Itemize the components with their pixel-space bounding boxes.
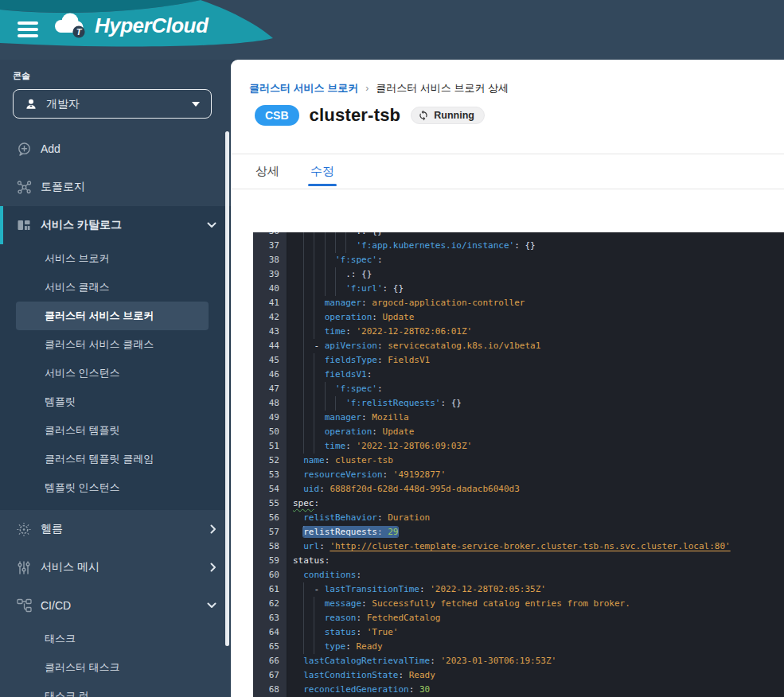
caret-down-icon (192, 102, 200, 107)
code-line-content[interactable]: fieldsV1: (287, 368, 784, 382)
sidebar-subitem-cicd-2[interactable]: 태스크 런 (16, 682, 209, 697)
code-line-content[interactable]: manager: argocd-application-controller (287, 296, 784, 310)
sidebar-subitem-cicd-0[interactable]: 태스크 (16, 625, 209, 653)
line-number: 48 (253, 396, 287, 411)
sidebar-subitem-service-catalog-1[interactable]: 서비스 클래스 (16, 273, 209, 302)
code-line-content[interactable]: 'f:spec': (287, 382, 784, 396)
code-line-content[interactable]: name: cluster-tsb (287, 454, 784, 468)
sidebar-item-service-catalog[interactable]: 서비스 카탈로그 (0, 206, 231, 244)
sidebar-item-label: Add (41, 142, 60, 155)
selected-text: relistRequests: 29 (303, 527, 398, 537)
code-line-content[interactable]: - apiVersion: servicecatalog.k8s.io/v1be… (287, 339, 784, 353)
indent-guide (314, 439, 314, 454)
line-number: 65 (253, 640, 287, 654)
role-selector[interactable]: 개발자 (13, 89, 212, 119)
indent-guide (314, 310, 314, 325)
code-line-content[interactable]: type: Ready (287, 640, 784, 654)
code-line: 56 relistBehavior: Duration (253, 511, 784, 525)
indent-guide (325, 282, 326, 296)
sidebar-subitem-service-catalog-2-selected[interactable]: 클러스터 서비스 브로커 (16, 302, 209, 330)
role-value: 개발자 (46, 97, 80, 111)
hypercloud-logo[interactable]: T HyperCloud (51, 10, 208, 41)
code-line-content[interactable]: reason: FetchedCatalog (287, 611, 784, 625)
code-line-content[interactable]: 'f:app.kubernetes.io/instance': {} (287, 239, 784, 253)
code-line-content[interactable]: url: 'http://cluster-template-service-br… (287, 539, 784, 554)
sidebar-subitem-service-catalog-5[interactable]: 템플릿 (16, 387, 209, 416)
code-line-content[interactable]: .: {} (287, 232, 784, 239)
indent-guide (303, 425, 304, 439)
code-line: 65 type: Ready (253, 640, 784, 654)
code-line-content[interactable]: operation: Update (287, 310, 784, 325)
indent-guide (314, 232, 314, 239)
tab-edit[interactable]: 수정 (310, 164, 335, 179)
sidebar-group-service-mesh: 서비스 메시 (0, 548, 231, 586)
indent-guide (314, 253, 314, 267)
sidebar-item-label: 서비스 메시 (41, 560, 99, 574)
sidebar-item-cicd[interactable]: CI/CD (0, 586, 231, 625)
code-line-content[interactable]: reconciledGeneration: 30 (287, 683, 784, 697)
indent-guide (325, 267, 326, 282)
code-line-content[interactable]: time: '2022-12-28T06:09:03Z' (287, 439, 784, 454)
code-line-content[interactable]: time: '2022-12-28T02:06:01Z' (287, 325, 784, 339)
code-line-content[interactable]: message: Successfully fetched catalog en… (287, 597, 784, 611)
line-number: 57 (253, 525, 287, 539)
code-line-content[interactable]: lastCatalogRetrievalTime: '2023-01-30T06… (287, 654, 784, 668)
console-label: 콘솔 (13, 70, 231, 82)
line-number: 66 (253, 654, 287, 668)
sidebar-subitem-service-catalog-6[interactable]: 클러스터 템플릿 (16, 416, 209, 445)
code-line-content[interactable]: manager: Mozilla (287, 411, 784, 425)
cloud-logo-icon: T (51, 10, 89, 41)
code-line-content[interactable]: relistRequests: 29 (287, 525, 784, 539)
line-number: 38 (253, 253, 287, 267)
code-line-content[interactable]: operation: Update (287, 425, 784, 439)
sidebar-subitem-service-catalog-0[interactable]: 서비스 브로커 (16, 244, 209, 273)
indent-guide (335, 282, 336, 296)
code-line-content[interactable]: 'f:url': {} (287, 282, 784, 296)
line-number: 45 (253, 353, 287, 368)
sidebar-item-helm[interactable]: 헬름 (0, 510, 231, 548)
line-number: 44 (253, 339, 287, 353)
sidebar-subitem-service-catalog-7[interactable]: 클러스터 템플릿 클레임 (16, 445, 209, 473)
code-line: 67 lastConditionState: Ready (253, 668, 784, 683)
indent-guide (314, 239, 314, 253)
code-line-content[interactable]: spec: (287, 496, 784, 511)
code-line-content[interactable]: conditions: (287, 568, 784, 582)
code-line: 42 operation: Update (253, 310, 784, 325)
add-icon (16, 142, 32, 157)
breadcrumb-link[interactable]: 클러스터 서비스 브로커 (249, 81, 358, 95)
cicd-icon (16, 598, 32, 613)
code-line-content[interactable]: relistBehavior: Duration (287, 511, 784, 525)
main-content: 클러스터 서비스 브로커 › 클러스터 서비스 브로커 상세 CSB clust… (231, 60, 784, 697)
code-line-content[interactable]: lastConditionState: Ready (287, 668, 784, 683)
sidebar-subitem-service-catalog-3[interactable]: 클러스터 서비스 클래스 (16, 330, 209, 359)
hamburger-menu-icon[interactable] (18, 21, 38, 38)
line-number: 61 (253, 582, 287, 597)
code-line-content[interactable]: .: {} (287, 267, 784, 282)
code-line: 53 resourceVersion: '49192877' (253, 468, 784, 482)
sidebar-subitem-service-catalog-8[interactable]: 템플릿 인스턴스 (16, 473, 209, 502)
line-number: 39 (253, 267, 287, 282)
yaml-editor[interactable]: 36 .: {}37 'f:app.kubernetes.io/instance… (253, 232, 784, 697)
code-line-content[interactable]: status: 'True' (287, 625, 784, 640)
code-line-content[interactable]: fieldsType: FieldsV1 (287, 353, 784, 368)
code-line-content[interactable]: 'f:relistRequests': {} (287, 396, 784, 411)
indent-guide (303, 368, 304, 382)
sidebar-subitem-cicd-1[interactable]: 클러스터 태스크 (16, 653, 209, 682)
indent-guide (303, 353, 304, 368)
tab-bar: 상세수정 (255, 154, 784, 189)
sidebar-item-add[interactable]: Add (0, 130, 231, 168)
code-line-content[interactable]: 'f:spec': (287, 253, 784, 267)
sidebar-item-topology[interactable]: 토폴로지 (0, 168, 231, 206)
indent-guide (314, 282, 314, 296)
code-line-content[interactable]: status: (287, 554, 784, 568)
indent-guide (345, 232, 346, 239)
indent-guide (303, 239, 304, 253)
code-line-content[interactable]: - lastTransitionTime: '2022-12-28T02:05:… (287, 582, 784, 597)
tab-detail[interactable]: 상세 (255, 164, 280, 179)
sidebar-scrollbar-thumb[interactable] (225, 131, 229, 646)
sidebar-item-service-mesh[interactable]: 서비스 메시 (0, 548, 231, 586)
code-line-content[interactable]: uid: 6888f20d-628d-448d-995d-dadacb6040d… (287, 482, 784, 496)
code-line-content[interactable]: resourceVersion: '49192877' (287, 468, 784, 482)
indent-guide (314, 353, 314, 368)
sidebar-subitem-service-catalog-4[interactable]: 서비스 인스턴스 (16, 359, 209, 387)
